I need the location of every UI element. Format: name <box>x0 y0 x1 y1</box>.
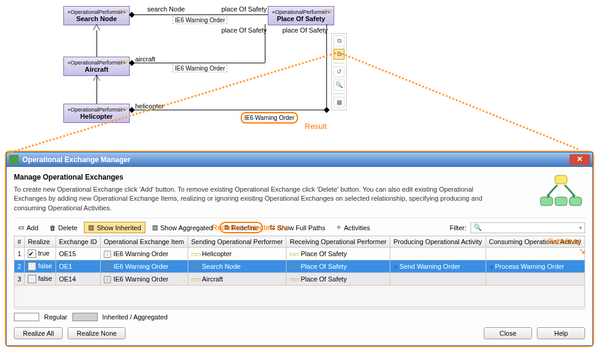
callout-line <box>7 52 337 154</box>
col-producing[interactable]: Producing Operational Activity <box>390 236 486 248</box>
activity-icon: ◆ <box>393 263 398 270</box>
edge-role-label: aircraft <box>135 55 156 63</box>
footer-buttons: Realize All Realize None Close Help <box>14 325 585 339</box>
diamond-end <box>129 12 135 18</box>
diamond-end <box>129 60 135 66</box>
legend-swatch-regular <box>14 313 39 321</box>
legend-swatch-inherited <box>72 313 98 321</box>
performer-icon: ⬭⬭ <box>290 277 299 283</box>
info-icon: i <box>104 251 111 258</box>
activities-button[interactable]: ✧Activities <box>332 222 374 233</box>
filter-input-wrap[interactable]: 🔍 ▾ <box>471 222 585 233</box>
col-sending[interactable]: Sending Operational Performer <box>188 236 287 248</box>
svg-rect-2 <box>555 197 567 206</box>
checkbox-icon <box>28 262 36 271</box>
table-filler <box>14 286 585 307</box>
stereotype-label: «OperationalPerformer» <box>68 9 125 15</box>
table-row-selected[interactable]: 2 false OE1 iIE6 Warning Order ⬭⬭Search … <box>14 260 585 273</box>
connector <box>130 14 268 15</box>
help-button[interactable]: Help <box>537 327 585 339</box>
realize-none-button[interactable]: Realize None <box>68 327 125 339</box>
legend-label-regular: Regular <box>44 313 68 321</box>
svg-rect-0 <box>555 175 567 184</box>
close-button[interactable]: Close <box>484 327 532 339</box>
info-icon: i <box>104 276 111 283</box>
node-helicopter[interactable]: ⬭⬭ «OperationalPerformer» Helicopter <box>63 104 130 123</box>
diamond-end <box>129 107 135 113</box>
result-annotation: Result <box>305 122 327 131</box>
table-row[interactable]: 1 ✔ true OE15 iIE6 Warning Order ⬭⬭Helic… <box>14 248 585 260</box>
annotation-redefined: Redefined <box>548 237 581 246</box>
dialog-highlight-border: Operational Exchange Manager ✕ Manage Op… <box>5 151 594 347</box>
aggregated-icon: ▥ <box>152 224 158 231</box>
dialog-title: Operational Exchange Manager <box>22 155 130 164</box>
performer-icon: ⬭⬭ <box>290 264 299 270</box>
diagram-canvas: ⬭⬭ «OperationalPerformer» Search Node ⬭⬭… <box>0 0 599 151</box>
chevron-down-icon[interactable]: ▾ <box>579 225 582 231</box>
filter-input[interactable] <box>484 224 579 231</box>
search-icon: 🔍 <box>474 224 482 231</box>
dialog-description: To create new Operational Exchange click… <box>14 185 496 213</box>
smart-btn-1[interactable]: ⧉ <box>334 36 344 46</box>
annotation-redefine-row: Redefine selected row <box>212 223 290 232</box>
show-aggregated-button[interactable]: ▥Show Aggregated <box>148 222 217 233</box>
performer-icon: ⬭⬭ <box>191 277 201 283</box>
close-icon[interactable]: ✕ <box>569 154 590 165</box>
inherited-icon: ▥ <box>88 224 94 231</box>
delete-button[interactable]: 🗑Delete <box>45 222 82 233</box>
connector <box>130 110 326 110</box>
col-realize[interactable]: Realize <box>25 236 55 248</box>
exchange-table[interactable]: # Realize Exchange ID Operational Exchan… <box>14 236 585 307</box>
performer-icon: ⬭⬭ <box>290 251 299 257</box>
callout-line <box>337 51 578 150</box>
filter-label: Filter: <box>450 224 467 231</box>
col-consuming[interactable]: Consuming Operational Activity Redefined… <box>486 236 585 248</box>
col-exchange-id[interactable]: Exchange ID <box>55 236 100 248</box>
col-receiving[interactable]: Receiving Operational Performer <box>287 236 390 248</box>
diamond-end <box>324 107 330 113</box>
node-aircraft[interactable]: ⬭⬭ «OperationalPerformer» Aircraft <box>63 57 130 76</box>
toolbar: ▭Add 🗑Delete ▥Show Inherited ▥Show Aggre… <box>14 218 585 236</box>
generalization <box>97 75 97 104</box>
realize-all-button[interactable]: Realize All <box>14 327 63 339</box>
smart-btn-3[interactable]: ↺ <box>334 66 344 77</box>
col-item[interactable]: Operational Exchange Item <box>100 236 188 248</box>
smart-btn-5[interactable]: ▦ <box>334 97 344 108</box>
exchange-label: IE6 Warning Order <box>173 17 227 24</box>
checkbox-icon <box>28 275 36 283</box>
node-safety[interactable]: ⬭⬭ «OperationalPerformer» Place Of Safet… <box>268 6 334 25</box>
table-row[interactable]: 3 false OE14 iIE6 Warning Order ⬭⬭Aircra… <box>14 273 585 286</box>
show-inherited-button[interactable]: ▥Show Inherited <box>84 222 145 233</box>
add-button[interactable]: ▭Add <box>14 222 43 233</box>
edge-role-label: place Of Safety <box>221 27 267 34</box>
node-name: Place Of Safety <box>272 15 330 22</box>
col-num[interactable]: # <box>14 236 25 248</box>
connector <box>130 63 265 63</box>
titlebar[interactable]: Operational Exchange Manager ✕ <box>7 152 592 167</box>
performer-icon: ⬭⬭ <box>191 264 201 270</box>
stereotype-label: «OperationalPerformer» <box>68 107 125 113</box>
smart-toolbar: ⧉ ⧉ ↺ 🔍 ▦ <box>331 33 347 110</box>
dialog-heading: Manage Operational Exchanges <box>14 173 496 181</box>
activities-icon: ✧ <box>336 224 341 231</box>
edge-role-label: place Of Safety <box>282 27 328 34</box>
app-icon <box>9 155 19 165</box>
performer-icon: ⬭⬭ <box>118 58 128 65</box>
node-search[interactable]: ⬭⬭ «OperationalPerformer» Search Node <box>63 6 130 25</box>
trash-icon: 🗑 <box>49 224 56 231</box>
performer-icon: ⬭⬭ <box>323 8 332 14</box>
exchange-label-result: IE6 Warning Order <box>241 115 298 121</box>
smart-btn-4[interactable]: 🔍 <box>334 80 344 90</box>
stereotype-label: «OperationalPerformer» <box>272 9 330 15</box>
performer-icon: ⬭⬭ <box>118 8 128 14</box>
add-icon: ▭ <box>18 224 24 231</box>
info-icon: i <box>104 263 111 271</box>
performer-icon: ⬭⬭ <box>118 105 128 112</box>
svg-rect-1 <box>540 197 553 206</box>
arrow-icon: ↘ <box>578 246 586 256</box>
performer-icon: ⬭⬭ <box>191 251 201 257</box>
node-name: Search Node <box>68 15 125 22</box>
connector <box>326 24 327 110</box>
dialog-header-icon <box>537 173 585 209</box>
edge-role-label: place Of Safety <box>221 5 267 13</box>
